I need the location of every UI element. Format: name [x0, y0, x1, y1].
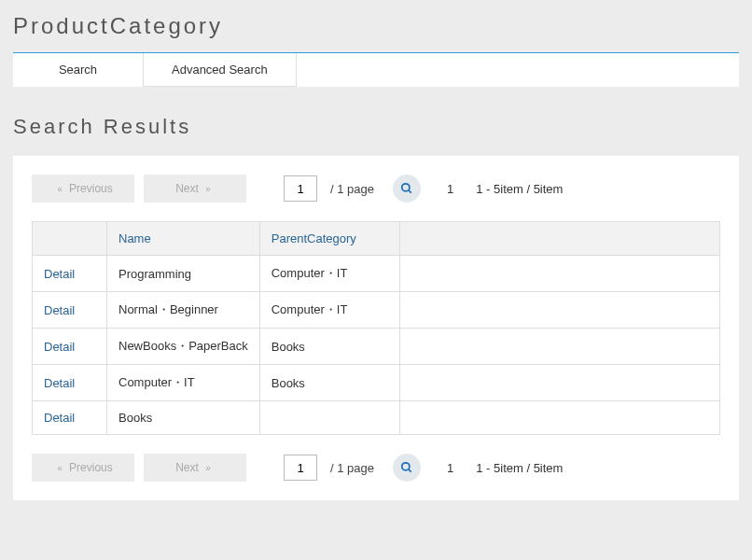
results-panel: « Previous Next » / 1 page 1 1 - 5item /… [13, 156, 739, 500]
cell-filler [399, 401, 719, 435]
item-range: 1 - 5item / 5item [476, 182, 563, 196]
page-title: ProductCategory [13, 13, 739, 39]
svg-point-2 [402, 463, 410, 470]
header-filler [399, 222, 719, 256]
cell-name: NewBooks・PaperBack [107, 329, 260, 365]
tab-advanced-search[interactable]: Advanced Search [144, 53, 297, 87]
table-row: Detail NewBooks・PaperBack Books [33, 329, 720, 365]
table-row: Detail Programming Computer・IT [33, 256, 720, 292]
previous-label: Previous [69, 461, 113, 474]
arrow-left-icon: « [57, 463, 63, 473]
tabs: Search Advanced Search [13, 53, 739, 87]
previous-button[interactable]: « Previous [32, 454, 134, 482]
results-title: Search Results [13, 115, 739, 139]
cell-name: Computer・IT [107, 365, 260, 401]
tabs-container: Search Advanced Search [13, 52, 739, 87]
search-icon [400, 182, 413, 195]
detail-link[interactable]: Detail [44, 376, 75, 390]
tab-search[interactable]: Search [13, 53, 144, 87]
arrow-right-icon: » [205, 463, 211, 473]
header-action [33, 222, 107, 256]
table-row: Detail Books [33, 401, 720, 435]
pagination-top: « Previous Next » / 1 page 1 1 - 5item /… [32, 175, 720, 203]
previous-button[interactable]: « Previous [32, 175, 134, 203]
item-range: 1 - 5item / 5item [476, 461, 563, 475]
cell-filler [399, 292, 719, 329]
page-total: / 1 page [330, 182, 374, 196]
cell-filler [399, 365, 719, 401]
svg-line-3 [409, 469, 411, 472]
svg-point-0 [402, 184, 410, 191]
table-row: Detail Normal・Beginner Computer・IT [33, 292, 720, 329]
cell-name: Normal・Beginner [107, 292, 260, 329]
svg-line-1 [409, 190, 411, 193]
header-parent[interactable]: ParentCategory [259, 222, 399, 256]
cell-filler [399, 256, 719, 292]
next-label: Next [175, 461, 199, 474]
detail-link[interactable]: Detail [44, 303, 75, 317]
page-number-input[interactable] [284, 455, 317, 481]
table-row: Detail Computer・IT Books [33, 365, 720, 401]
current-page: 1 [447, 182, 453, 196]
header-name[interactable]: Name [107, 222, 260, 256]
next-label: Next [175, 182, 199, 195]
cell-parent: Computer・IT [259, 256, 399, 292]
cell-parent: Books [259, 365, 399, 401]
page-go-button[interactable] [393, 454, 421, 482]
page-go-button[interactable] [393, 175, 421, 203]
detail-link[interactable]: Detail [44, 411, 75, 425]
cell-name: Books [107, 401, 260, 435]
current-page: 1 [447, 461, 453, 475]
cell-parent: Books [259, 329, 399, 365]
next-button[interactable]: Next » [144, 175, 246, 203]
cell-parent: Computer・IT [259, 292, 399, 329]
results-table: Name ParentCategory Detail Programming C… [32, 221, 720, 435]
cell-parent [259, 401, 399, 435]
page-number-input[interactable] [284, 175, 317, 202]
arrow-right-icon: » [205, 184, 211, 194]
previous-label: Previous [69, 182, 113, 195]
pagination-bottom: « Previous Next » / 1 page 1 1 - 5item /… [32, 454, 720, 482]
search-icon [400, 461, 413, 474]
arrow-left-icon: « [57, 184, 63, 194]
cell-name: Programming [107, 256, 260, 292]
detail-link[interactable]: Detail [44, 340, 75, 354]
next-button[interactable]: Next » [144, 454, 246, 482]
cell-filler [399, 329, 719, 365]
table-header-row: Name ParentCategory [33, 222, 720, 256]
detail-link[interactable]: Detail [44, 267, 75, 281]
page-total: / 1 page [330, 461, 374, 475]
